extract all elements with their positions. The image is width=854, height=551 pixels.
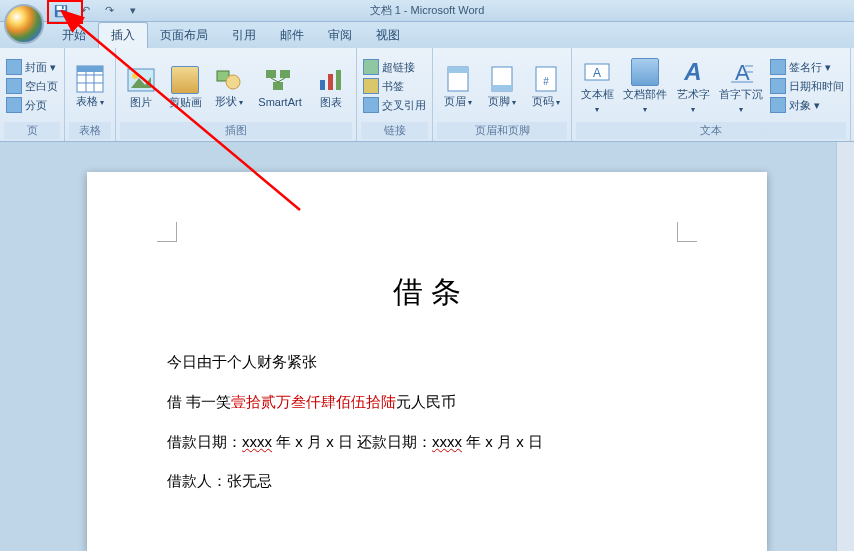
svg-rect-26 [492, 85, 512, 91]
tab-view[interactable]: 视图 [364, 23, 412, 48]
svg-rect-20 [320, 80, 325, 90]
group-headerfooter: 页眉 页脚 #页码 页眉和页脚 [433, 48, 572, 141]
qat-customize[interactable]: ▾ [122, 1, 144, 21]
group-illustrations: 图片 剪贴画 形状 SmartArt 图表 插图 [116, 48, 357, 141]
group-pages: 封面 ▾ 空白页 分页 页 [0, 48, 65, 141]
document-area[interactable]: 借 条 今日由于个人财务紧张 借 韦一笑壹拾贰万叁仟肆佰伍拾陆元人民币 借款日期… [0, 142, 854, 551]
svg-line-18 [271, 78, 278, 82]
tab-pagelayout[interactable]: 页面布局 [148, 23, 220, 48]
group-links: 超链接 书签 交叉引用 链接 [357, 48, 433, 141]
window-title: 文档 1 - Microsoft Word [370, 3, 485, 18]
crossref-button[interactable]: 交叉引用 [361, 96, 428, 114]
pagenumber-button[interactable]: #页码 [525, 61, 567, 111]
svg-text:A: A [683, 58, 701, 85]
smartart-button[interactable]: SmartArt [252, 62, 308, 110]
bookmark-button[interactable]: 书签 [361, 77, 428, 95]
svg-rect-1 [57, 5, 66, 9]
tab-review[interactable]: 审阅 [316, 23, 364, 48]
group-label-headerfooter: 页眉和页脚 [437, 122, 567, 139]
crossref-icon [363, 97, 379, 113]
textbox-button[interactable]: A文本框 [576, 54, 618, 118]
pagenumber-icon: # [530, 63, 562, 95]
title-bar: ↶ ↷ ▾ 文档 1 - Microsoft Word [0, 0, 854, 22]
picture-icon [125, 64, 157, 96]
undo-button[interactable]: ↶ [74, 1, 96, 21]
group-label-links: 链接 [361, 122, 428, 139]
shapes-icon [213, 63, 245, 95]
svg-text:#: # [543, 76, 549, 87]
office-button[interactable] [4, 4, 44, 44]
picture-button[interactable]: 图片 [120, 62, 162, 110]
quick-access-toolbar: ↶ ↷ ▾ [50, 1, 144, 21]
bookmark-icon [363, 78, 379, 94]
object-button[interactable]: 对象 ▾ [768, 96, 846, 114]
chart-button[interactable]: 图表 [310, 62, 352, 110]
svg-rect-2 [58, 11, 65, 15]
group-label-illustrations: 插图 [120, 122, 352, 139]
undo-icon: ↶ [81, 4, 90, 17]
svg-rect-15 [266, 70, 276, 78]
group-label-text: 文本 [576, 122, 846, 139]
svg-point-14 [226, 75, 240, 89]
svg-rect-9 [77, 66, 103, 72]
shapes-button[interactable]: 形状 [208, 61, 250, 111]
wordart-button[interactable]: A艺术字 [672, 54, 714, 118]
doc-line-2: 借 韦一笑壹拾贰万叁仟肆佰伍拾陆元人民币 [167, 382, 687, 422]
amount-text: 壹拾贰万叁仟肆佰伍拾陆 [231, 393, 396, 410]
dropcap-icon: A [725, 56, 757, 88]
blank-page-button[interactable]: 空白页 [4, 77, 60, 95]
svg-rect-17 [273, 82, 283, 90]
svg-text:A: A [593, 66, 601, 80]
clipart-icon [169, 64, 201, 96]
clipart-button[interactable]: 剪贴画 [164, 62, 206, 110]
group-label-tables: 表格 [69, 122, 111, 139]
ribbon-tabs: 开始 插入 页面布局 引用 邮件 审阅 视图 [0, 22, 854, 48]
cover-page-button[interactable]: 封面 ▾ [4, 58, 60, 76]
table-icon [74, 63, 106, 95]
doc-line-1: 今日由于个人财务紧张 [167, 343, 687, 382]
sig-icon [770, 59, 786, 75]
signature-line-button[interactable]: 签名行 ▾ [768, 58, 846, 76]
doc-line-3: 借款日期：xxxx 年 x 月 x 日 还款日期：xxxx 年 x 月 x 日 [167, 422, 687, 462]
group-label-pages: 页 [4, 122, 60, 139]
smartart-icon [264, 64, 296, 96]
doc-line-4: 借款人：张无忌 [167, 462, 687, 501]
wordart-icon: A [677, 56, 709, 88]
break-icon [6, 97, 22, 113]
svg-rect-3 [62, 5, 64, 9]
margin-corner-tl [157, 222, 177, 242]
ribbon: 封面 ▾ 空白页 分页 页 表格 表格 图片 剪贴画 形状 SmartArt 图… [0, 48, 854, 142]
tab-references[interactable]: 引用 [220, 23, 268, 48]
margin-corner-tr [677, 222, 697, 242]
dropcap-button[interactable]: A首字下沉 [716, 54, 766, 118]
tab-mailings[interactable]: 邮件 [268, 23, 316, 48]
footer-button[interactable]: 页脚 [481, 61, 523, 111]
blank-icon [6, 78, 22, 94]
cover-icon [6, 59, 22, 75]
object-icon [770, 97, 786, 113]
textbox-icon: A [581, 56, 613, 88]
save-button[interactable] [50, 1, 72, 21]
hyperlink-button[interactable]: 超链接 [361, 58, 428, 76]
vertical-scrollbar[interactable] [836, 142, 854, 551]
page-break-button[interactable]: 分页 [4, 96, 60, 114]
document-page[interactable]: 借 条 今日由于个人财务紧张 借 韦一笑壹拾贰万叁仟肆佰伍拾陆元人民币 借款日期… [87, 172, 767, 551]
datetime-icon [770, 78, 786, 94]
svg-rect-24 [448, 67, 468, 73]
group-text: A文本框 文档部件 A艺术字 A首字下沉 签名行 ▾ 日期和时间 对象 ▾ 文本 [572, 48, 851, 141]
quickparts-button[interactable]: 文档部件 [620, 54, 670, 118]
tab-home[interactable]: 开始 [50, 23, 98, 48]
redo-button[interactable]: ↷ [98, 1, 120, 21]
redo-icon: ↷ [105, 4, 114, 17]
chart-icon [315, 64, 347, 96]
svg-rect-21 [328, 74, 333, 90]
document-title: 借 条 [167, 272, 687, 313]
parts-icon [629, 56, 661, 88]
footer-icon [486, 63, 518, 95]
table-button[interactable]: 表格 [69, 61, 111, 111]
header-icon [442, 63, 474, 95]
hyperlink-icon [363, 59, 379, 75]
header-button[interactable]: 页眉 [437, 61, 479, 111]
tab-insert[interactable]: 插入 [98, 22, 148, 48]
datetime-button[interactable]: 日期和时间 [768, 77, 846, 95]
